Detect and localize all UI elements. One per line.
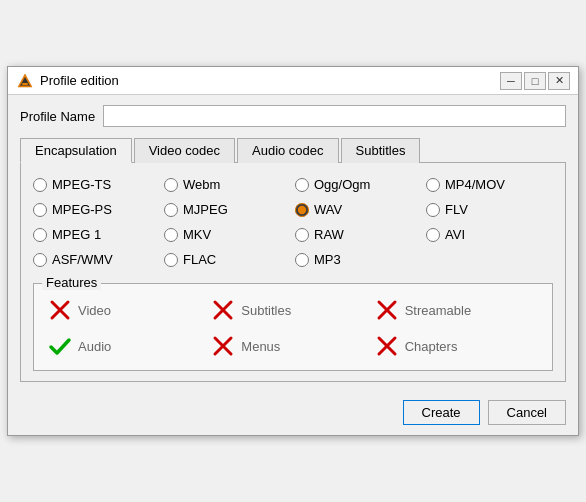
radio-raw[interactable] (295, 228, 309, 242)
main-window: Profile edition ─ □ ✕ Profile Name Encap… (7, 66, 579, 436)
x-icon-video (48, 298, 72, 322)
radio-label-mp3: MP3 (314, 252, 341, 267)
profile-name-label: Profile Name (20, 109, 95, 124)
tab-subtitles[interactable]: Subtitles (341, 138, 421, 163)
radio-item-mpeg1[interactable]: MPEG 1 (33, 227, 160, 242)
features-box: Features Video (33, 283, 553, 371)
feature-label-chapters: Chapters (405, 339, 458, 354)
maximize-button[interactable]: □ (524, 72, 546, 90)
radio-label-flv: FLV (445, 202, 468, 217)
radio-flv[interactable] (426, 203, 440, 217)
radio-item-raw[interactable]: RAW (295, 227, 422, 242)
tab-video-codec[interactable]: Video codec (134, 138, 235, 163)
radio-label-flac: FLAC (183, 252, 216, 267)
radio-asf[interactable] (33, 253, 47, 267)
radio-label-asf: ASF/WMV (52, 252, 113, 267)
radio-avi[interactable] (426, 228, 440, 242)
feature-menus: Menus (211, 334, 374, 358)
cancel-button[interactable]: Cancel (488, 400, 566, 425)
feature-subtitles: Subtitles (211, 298, 374, 322)
radio-mpeg-ps[interactable] (33, 203, 47, 217)
radio-ogg[interactable] (295, 178, 309, 192)
title-bar-buttons: ─ □ ✕ (500, 72, 570, 90)
radio-mp4[interactable] (426, 178, 440, 192)
radio-label-mpeg-ts: MPEG-TS (52, 177, 111, 192)
feature-label-streamable: Streamable (405, 303, 471, 318)
radio-mpeg-ts[interactable] (33, 178, 47, 192)
features-grid: Video Subtitles (48, 298, 538, 358)
radio-item-mjpeg[interactable]: MJPEG (164, 202, 291, 217)
profile-name-input[interactable] (103, 105, 566, 127)
radio-item-ogg[interactable]: Ogg/Ogm (295, 177, 422, 192)
radio-label-wav: WAV (314, 202, 342, 217)
profile-name-row: Profile Name (20, 105, 566, 127)
radio-label-mpeg1: MPEG 1 (52, 227, 101, 242)
encapsulation-options: MPEG-TS Webm Ogg/Ogm MP4/MOV MPEG-P (33, 177, 553, 267)
radio-mkv[interactable] (164, 228, 178, 242)
app-icon (16, 72, 34, 90)
bottom-bar: Create Cancel (8, 392, 578, 435)
empty-cell (426, 252, 553, 267)
feature-streamable: Streamable (375, 298, 538, 322)
radio-flac[interactable] (164, 253, 178, 267)
tab-audio-codec[interactable]: Audio codec (237, 138, 339, 163)
radio-item-mpeg-ts[interactable]: MPEG-TS (33, 177, 160, 192)
feature-label-subtitles: Subtitles (241, 303, 291, 318)
radio-label-webm: Webm (183, 177, 220, 192)
main-content: Profile Name Encapsulation Video codec A… (8, 95, 578, 392)
x-icon-chapters (375, 334, 399, 358)
radio-label-ogg: Ogg/Ogm (314, 177, 370, 192)
radio-item-avi[interactable]: AVI (426, 227, 553, 242)
radio-item-mpeg-ps[interactable]: MPEG-PS (33, 202, 160, 217)
feature-chapters: Chapters (375, 334, 538, 358)
title-bar-left: Profile edition (16, 72, 119, 90)
radio-item-flac[interactable]: FLAC (164, 252, 291, 267)
radio-item-webm[interactable]: Webm (164, 177, 291, 192)
create-button[interactable]: Create (403, 400, 480, 425)
radio-wav[interactable] (295, 203, 309, 217)
radio-item-asf[interactable]: ASF/WMV (33, 252, 160, 267)
radio-mpeg1[interactable] (33, 228, 47, 242)
svg-rect-3 (21, 85, 29, 87)
tab-bar: Encapsulation Video codec Audio codec Su… (20, 137, 566, 163)
radio-label-mjpeg: MJPEG (183, 202, 228, 217)
title-bar: Profile edition ─ □ ✕ (8, 67, 578, 95)
radio-webm[interactable] (164, 178, 178, 192)
feature-label-video: Video (78, 303, 111, 318)
check-icon-audio (48, 334, 72, 358)
x-icon-menus (211, 334, 235, 358)
feature-video: Video (48, 298, 211, 322)
x-icon-subtitles (211, 298, 235, 322)
radio-item-mp4[interactable]: MP4/MOV (426, 177, 553, 192)
radio-label-avi: AVI (445, 227, 465, 242)
feature-label-menus: Menus (241, 339, 280, 354)
x-icon-streamable (375, 298, 399, 322)
feature-audio: Audio (48, 334, 211, 358)
radio-mp3[interactable] (295, 253, 309, 267)
radio-item-mp3[interactable]: MP3 (295, 252, 422, 267)
radio-item-mkv[interactable]: MKV (164, 227, 291, 242)
tab-encapsulation[interactable]: Encapsulation (20, 138, 132, 163)
radio-label-raw: RAW (314, 227, 344, 242)
radio-item-wav[interactable]: WAV (295, 202, 422, 217)
window-title: Profile edition (40, 73, 119, 88)
minimize-button[interactable]: ─ (500, 72, 522, 90)
radio-label-mkv: MKV (183, 227, 211, 242)
radio-label-mpeg-ps: MPEG-PS (52, 202, 112, 217)
features-legend: Features (42, 275, 101, 290)
svg-rect-2 (22, 83, 28, 85)
radio-item-flv[interactable]: FLV (426, 202, 553, 217)
close-button[interactable]: ✕ (548, 72, 570, 90)
tab-content-encapsulation: MPEG-TS Webm Ogg/Ogm MP4/MOV MPEG-P (20, 163, 566, 382)
radio-label-mp4: MP4/MOV (445, 177, 505, 192)
radio-mjpeg[interactable] (164, 203, 178, 217)
feature-label-audio: Audio (78, 339, 111, 354)
